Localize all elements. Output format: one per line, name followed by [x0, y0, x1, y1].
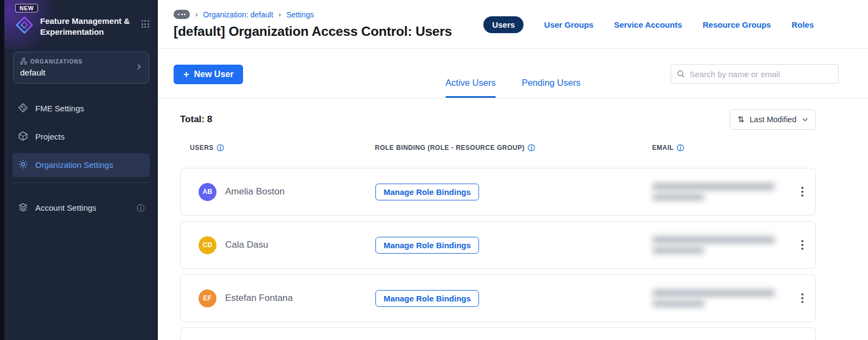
info-icon[interactable]: ⓘ — [137, 204, 144, 212]
projects-icon — [18, 131, 28, 143]
new-user-button[interactable]: + New User — [174, 65, 243, 84]
table-header-row: USERS ⓘ ROLE BINDING (ROLE - RESOURCE GR… — [180, 144, 816, 152]
email-redacted — [653, 236, 789, 254]
sidebar-item-label: Account Settings — [35, 203, 97, 212]
sidebar-item-label: Projects — [35, 132, 65, 141]
app-title: Feature Management & Experimentation — [40, 16, 135, 37]
column-header-users: USERS — [190, 144, 214, 152]
sort-dropdown[interactable]: ⇅ Last Modified — [730, 109, 816, 130]
access-control-tabs: Users User Groups Service Accounts Resou… — [483, 16, 814, 33]
chevron-right-icon: › — [279, 10, 281, 18]
app-logo-icon — [15, 16, 34, 36]
manage-role-bindings-button[interactable]: Manage Role Bindings — [375, 290, 479, 307]
breadcrumb-settings-link[interactable]: Settings — [286, 10, 314, 19]
sidebar-item-projects[interactable]: Projects — [12, 125, 150, 149]
table-row: AB Amelia Boston Manage Role Bindings — [180, 168, 816, 216]
organization-selector[interactable]: ORGANIZATIONS default — [13, 52, 149, 84]
sidebar-divider — [12, 182, 150, 183]
kebab-menu-icon[interactable] — [798, 184, 807, 200]
sort-dropdown-value: Last Modified — [750, 115, 796, 124]
chevron-right-icon — [136, 63, 142, 72]
users-list-section: Total: 8 ⇅ Last Modified USERS ⓘ ROLE BI… — [158, 98, 868, 340]
sidebar: NEW Feature Management & Experimentation — [4, 0, 158, 340]
column-header-email: EMAIL — [652, 144, 674, 152]
org-selector-label: ORGANIZATIONS — [30, 59, 82, 65]
column-header-role-binding: ROLE BINDING (ROLE - RESOURCE GROUP) — [375, 144, 525, 152]
fme-settings-icon — [18, 103, 28, 115]
table-row: EF Estefan Fontana Manage Role Bindings — [180, 274, 816, 322]
tab-pending-users[interactable]: Pending Users — [522, 78, 580, 98]
avatar: CD — [199, 236, 216, 254]
sidebar-nav: FME Settings Projects Organization Setti… — [4, 97, 158, 177]
window-edge-strip — [0, 0, 4, 340]
page-header: › Organization: default › Settings [defa… — [158, 0, 868, 49]
plus-icon: + — [183, 70, 189, 79]
tab-resource-groups[interactable]: Resource Groups — [703, 20, 771, 29]
toolbar: + New User Active Users Pending Users — [158, 49, 868, 98]
info-icon[interactable]: ⓘ — [217, 144, 225, 152]
breadcrumb-org-link[interactable]: Organization: default — [203, 10, 273, 19]
apps-grid-icon[interactable] — [142, 20, 149, 28]
avatar: EF — [199, 289, 216, 307]
user-name: Estefan Fontana — [225, 293, 293, 304]
new-badge: NEW — [15, 4, 38, 12]
org-selector-value: default — [20, 68, 142, 78]
total-count: Total: 8 — [180, 114, 212, 125]
avatar: AB — [199, 183, 216, 201]
sidebar-item-account-settings[interactable]: Account Settings ⓘ — [12, 196, 150, 220]
tab-users[interactable]: Users — [483, 16, 524, 33]
sort-arrows-icon: ⇅ — [737, 115, 744, 124]
kebab-menu-icon[interactable] — [798, 237, 807, 253]
email-redacted — [653, 183, 789, 200]
tab-roles[interactable]: Roles — [792, 20, 814, 29]
search-input[interactable] — [671, 64, 839, 84]
new-user-button-label: New User — [194, 70, 234, 79]
tab-user-groups[interactable]: User Groups — [544, 20, 593, 29]
chevron-right-icon: › — [195, 10, 197, 18]
tab-active-users[interactable]: Active Users — [445, 78, 496, 98]
user-name: Amelia Boston — [225, 186, 285, 197]
tab-service-accounts[interactable]: Service Accounts — [614, 20, 682, 29]
search-icon — [676, 70, 685, 78]
chevron-down-icon — [802, 116, 808, 123]
main-content: › Organization: default › Settings [defa… — [158, 0, 868, 340]
manage-role-bindings-button[interactable]: Manage Role Bindings — [375, 237, 479, 254]
sidebar-item-fme-settings[interactable]: FME Settings — [12, 97, 150, 121]
sidebar-nav-bottom: Account Settings ⓘ — [4, 196, 158, 220]
sidebar-item-label: Organization Settings — [35, 160, 113, 169]
sidebar-item-organization-settings[interactable]: Organization Settings — [12, 153, 150, 177]
gear-icon — [18, 159, 28, 171]
table-row-partial — [180, 328, 816, 340]
sidebar-item-label: FME Settings — [35, 104, 84, 113]
info-icon[interactable]: ⓘ — [677, 144, 685, 152]
layers-icon — [18, 202, 28, 214]
sidebar-header: NEW Feature Management & Experimentation — [4, 0, 158, 46]
user-name: Cala Dasu — [225, 240, 268, 250]
info-icon[interactable]: ⓘ — [528, 144, 535, 152]
breadcrumb-ellipsis-icon[interactable] — [174, 10, 190, 19]
email-redacted — [653, 289, 789, 307]
user-state-tabs: Active Users Pending Users — [445, 78, 580, 98]
organization-icon — [20, 58, 27, 66]
manage-role-bindings-button[interactable]: Manage Role Bindings — [375, 184, 479, 200]
table-row: CD Cala Dasu Manage Role Bindings — [180, 221, 816, 269]
kebab-menu-icon[interactable] — [798, 290, 807, 306]
search-box — [671, 64, 839, 84]
